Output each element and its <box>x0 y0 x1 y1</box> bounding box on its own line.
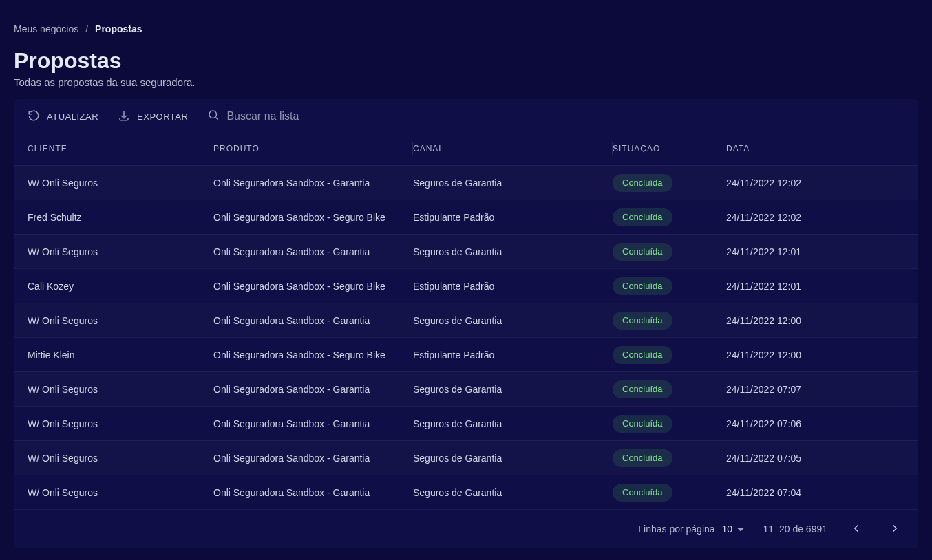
cell-situacao: Concluída <box>613 484 726 502</box>
cell-data: 24/11/2022 07:06 <box>726 418 904 429</box>
svg-line-1 <box>216 117 218 119</box>
cell-data: 24/11/2022 12:01 <box>726 246 904 257</box>
cell-situacao: Concluída <box>613 312 726 330</box>
cell-situacao: Concluída <box>613 346 726 364</box>
toolbar: ATUALIZAR EXPORTAR <box>14 99 918 131</box>
status-badge: Concluída <box>613 484 672 502</box>
export-button[interactable]: EXPORTAR <box>118 109 188 124</box>
table-row[interactable]: W/ Onli SegurosOnli Seguradora Sandbox -… <box>14 234 918 268</box>
table-row[interactable]: W/ Onli SegurosOnli Seguradora Sandbox -… <box>14 440 918 475</box>
refresh-icon <box>28 109 40 124</box>
cell-data: 24/11/2022 12:00 <box>726 349 904 360</box>
chevron-left-icon <box>850 522 862 537</box>
cell-canal: Estipulante Padrão <box>413 212 613 223</box>
cell-canal: Seguros de Garantia <box>413 418 613 429</box>
cell-data: 24/11/2022 07:04 <box>726 487 904 498</box>
th-produto[interactable]: PRODUTO <box>213 144 413 153</box>
rows-per-page-select[interactable]: 10 <box>722 524 744 535</box>
cell-produto: Onli Seguradora Sandbox - Garantia <box>213 487 413 498</box>
svg-point-0 <box>209 111 217 118</box>
table-row[interactable]: W/ Onli SegurosOnli Seguradora Sandbox -… <box>14 475 918 509</box>
cell-canal: Estipulante Padrão <box>413 281 613 292</box>
cell-produto: Onli Seguradora Sandbox - Garantia <box>213 418 413 429</box>
table-row[interactable]: W/ Onli SegurosOnli Seguradora Sandbox -… <box>14 406 918 440</box>
status-badge: Concluída <box>613 312 672 330</box>
cell-data: 24/11/2022 07:07 <box>726 384 904 395</box>
cell-produto: Onli Seguradora Sandbox - Seguro Bike <box>213 349 413 360</box>
cell-canal: Seguros de Garantia <box>413 384 613 395</box>
page-subtitle: Todas as propostas da sua seguradora. <box>14 76 918 88</box>
download-icon <box>118 109 130 124</box>
cell-canal: Seguros de Garantia <box>413 177 613 189</box>
cell-data: 24/11/2022 12:00 <box>726 315 904 326</box>
th-canal[interactable]: CANAL <box>413 144 613 153</box>
status-badge: Concluída <box>613 415 672 433</box>
table-row[interactable]: Mittie KleinOnli Seguradora Sandbox - Se… <box>14 337 918 371</box>
cell-cliente: W/ Onli Seguros <box>28 418 213 429</box>
breadcrumb-root[interactable]: Meus negócios <box>14 23 78 34</box>
status-badge: Concluída <box>613 243 672 261</box>
cell-data: 24/11/2022 12:02 <box>726 212 904 223</box>
prev-page-button[interactable] <box>847 519 866 539</box>
search <box>207 109 378 124</box>
cell-canal: Seguros de Garantia <box>413 487 613 498</box>
breadcrumb-separator: / <box>85 23 88 34</box>
proposals-card: ATUALIZAR EXPORTAR CLIENTE PRODUTO CANAL… <box>14 99 918 548</box>
cell-produto: Onli Seguradora Sandbox - Seguro Bike <box>213 281 413 292</box>
cell-cliente: Cali Kozey <box>28 281 213 292</box>
cell-canal: Seguros de Garantia <box>413 453 613 464</box>
search-icon <box>207 109 220 124</box>
cell-canal: Seguros de Garantia <box>413 246 613 257</box>
table-footer: Linhas por página 10 11–20 de 6991 <box>14 509 918 548</box>
cell-situacao: Concluída <box>613 243 726 261</box>
cell-data: 24/11/2022 12:01 <box>726 281 904 292</box>
cell-produto: Onli Seguradora Sandbox - Garantia <box>213 177 413 189</box>
cell-produto: Onli Seguradora Sandbox - Garantia <box>213 315 413 326</box>
table-row[interactable]: W/ Onli SegurosOnli Seguradora Sandbox -… <box>14 303 918 337</box>
search-input[interactable] <box>226 110 378 122</box>
cell-produto: Onli Seguradora Sandbox - Garantia <box>213 384 413 395</box>
table-row[interactable]: W/ Onli SegurosOnli Seguradora Sandbox -… <box>14 165 918 200</box>
rows-per-page-label: Linhas por página <box>638 524 714 535</box>
table-header: CLIENTE PRODUTO CANAL SITUAÇÃO DATA <box>14 131 918 165</box>
table-body: W/ Onli SegurosOnli Seguradora Sandbox -… <box>14 165 918 509</box>
cell-situacao: Concluída <box>613 380 726 398</box>
cell-canal: Seguros de Garantia <box>413 315 613 326</box>
status-badge: Concluída <box>613 277 672 295</box>
table-row[interactable]: W/ Onli SegurosOnli Seguradora Sandbox -… <box>14 371 918 406</box>
breadcrumb: Meus negócios / Propostas <box>14 14 918 41</box>
table-row[interactable]: Cali KozeyOnli Seguradora Sandbox - Segu… <box>14 268 918 303</box>
status-badge: Concluída <box>613 346 672 364</box>
cell-data: 24/11/2022 12:02 <box>726 177 904 189</box>
cell-produto: Onli Seguradora Sandbox - Seguro Bike <box>213 212 413 223</box>
page-title: Propostas <box>14 48 918 74</box>
cell-cliente: W/ Onli Seguros <box>28 177 213 189</box>
status-badge: Concluída <box>613 208 672 226</box>
cell-situacao: Concluída <box>613 174 726 192</box>
th-data[interactable]: DATA <box>726 144 904 153</box>
cell-data: 24/11/2022 07:05 <box>726 453 904 464</box>
cell-cliente: Mittie Klein <box>28 349 213 360</box>
cell-situacao: Concluída <box>613 415 726 433</box>
cell-situacao: Concluída <box>613 449 726 467</box>
status-badge: Concluída <box>613 449 672 467</box>
pagination-range: 11–20 de 6991 <box>763 524 827 535</box>
cell-canal: Estipulante Padrão <box>413 349 613 360</box>
cell-cliente: W/ Onli Seguros <box>28 487 213 498</box>
refresh-button[interactable]: ATUALIZAR <box>28 109 98 124</box>
table-row[interactable]: Fred SchultzOnli Seguradora Sandbox - Se… <box>14 200 918 234</box>
cell-cliente: W/ Onli Seguros <box>28 384 213 395</box>
th-situacao[interactable]: SITUAÇÃO <box>613 144 726 153</box>
cell-situacao: Concluída <box>613 277 726 295</box>
status-badge: Concluída <box>613 174 672 192</box>
status-badge: Concluída <box>613 380 672 398</box>
cell-situacao: Concluída <box>613 208 726 226</box>
cell-produto: Onli Seguradora Sandbox - Garantia <box>213 453 413 464</box>
rows-per-page: Linhas por página 10 <box>638 524 743 535</box>
th-cliente[interactable]: CLIENTE <box>28 144 213 153</box>
next-page-button[interactable] <box>885 519 904 539</box>
chevron-right-icon <box>889 522 901 537</box>
refresh-label: ATUALIZAR <box>47 111 98 122</box>
cell-produto: Onli Seguradora Sandbox - Garantia <box>213 246 413 257</box>
cell-cliente: W/ Onli Seguros <box>28 453 213 464</box>
